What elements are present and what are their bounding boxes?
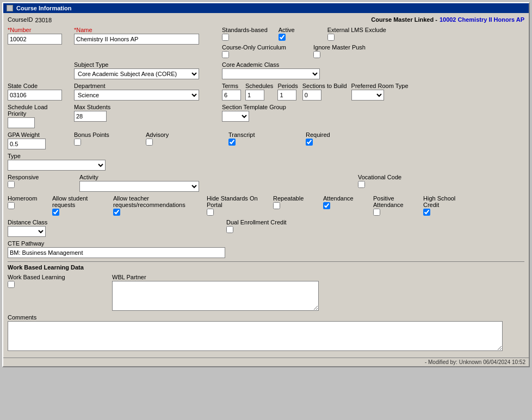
- cte-pathway-input[interactable]: [8, 247, 225, 258]
- number-input[interactable]: [8, 34, 62, 45]
- schedules-input[interactable]: [245, 90, 264, 101]
- high-school-credit-label: High School Credit: [423, 195, 467, 208]
- panel-icon: [7, 5, 13, 11]
- course-only-checkbox[interactable]: [222, 51, 229, 58]
- name-label: *Name: [74, 27, 205, 33]
- periods-input[interactable]: [277, 90, 296, 101]
- schedule-load-input[interactable]: [8, 117, 35, 128]
- required-checkbox[interactable]: [306, 139, 313, 146]
- sections-to-build-input[interactable]: [302, 90, 321, 101]
- state-code-input[interactable]: [8, 90, 62, 101]
- core-academic-select[interactable]: [222, 68, 320, 79]
- standards-based-checkbox[interactable]: [222, 34, 229, 41]
- hide-standards-checkbox[interactable]: [207, 209, 214, 216]
- ignore-master-checkbox[interactable]: [313, 51, 320, 58]
- distance-class-select[interactable]: [8, 226, 46, 237]
- course-master-label: Course Master Linked -: [371, 16, 437, 23]
- subject-type-select[interactable]: Core Academic Subject Area (CORE) Electi…: [74, 68, 199, 79]
- repeatable-label: Repeatable: [273, 195, 317, 202]
- homeroom-checkbox[interactable]: [8, 202, 15, 209]
- responsive-checkbox[interactable]: [8, 181, 15, 188]
- dual-enrollment-checkbox[interactable]: [226, 226, 233, 233]
- vocational-code-label: Vocational Code: [358, 174, 401, 180]
- terms-input[interactable]: [222, 90, 241, 101]
- name-input[interactable]: [74, 34, 199, 45]
- ignore-master-label: Ignore Master Push: [313, 44, 366, 51]
- bonus-points-checkbox[interactable]: [74, 139, 81, 146]
- bonus-points-label: Bonus Points: [74, 131, 139, 138]
- transcript-checkbox[interactable]: [228, 139, 236, 146]
- allow-teacher-checkbox[interactable]: [113, 209, 120, 216]
- course-master-link[interactable]: 10002 Chemistry II Honors AP: [440, 16, 524, 23]
- max-students-input[interactable]: [74, 111, 107, 122]
- department-label: Department: [74, 83, 205, 89]
- department-select[interactable]: Science Math English: [74, 90, 199, 101]
- work-based-learning-label: Work Based Learning: [8, 274, 84, 280]
- activity-label: Activity: [79, 174, 210, 180]
- section-template-select[interactable]: [222, 111, 249, 122]
- allow-student-label: Allow student requests: [52, 195, 107, 208]
- vocational-code-checkbox[interactable]: [358, 181, 365, 188]
- allow-teacher-label: Allow teacher requests/recommendations: [113, 195, 200, 208]
- transcript-label: Transcript: [228, 131, 283, 138]
- courseid-value: 23018: [35, 17, 52, 23]
- work-based-learning-checkbox[interactable]: [8, 281, 15, 288]
- activity-select[interactable]: [79, 181, 199, 192]
- hide-standards-label: Hide Standards On Portal: [207, 195, 267, 208]
- attendance-checkbox[interactable]: [323, 202, 330, 209]
- attendance-label: Attendance: [323, 195, 367, 202]
- modified-text: - Modified by: Unknown 06/04/2024 10:52: [425, 359, 525, 365]
- comments-textarea[interactable]: [8, 321, 503, 351]
- max-students-label: Max Students: [74, 104, 139, 110]
- repeatable-checkbox[interactable]: [273, 202, 280, 209]
- high-school-credit-checkbox[interactable]: [423, 209, 430, 216]
- wbl-partner-textarea[interactable]: [112, 281, 319, 311]
- gpa-weight-label: GPA Weight: [8, 131, 67, 138]
- periods-label: Periods: [277, 83, 298, 89]
- active-checkbox[interactable]: [279, 34, 286, 41]
- wbl-partner-label: WBL Partner: [112, 274, 319, 280]
- type-label: Type: [8, 153, 116, 159]
- gpa-weight-input[interactable]: [8, 139, 46, 149]
- work-based-section-label: Work Based Learning Data: [8, 264, 84, 271]
- required-label: Required: [306, 131, 349, 138]
- core-academic-label: Core Academic Class: [222, 61, 320, 68]
- distance-class-label: Distance Class: [8, 219, 67, 225]
- advisory-checkbox[interactable]: [146, 139, 153, 146]
- allow-student-checkbox[interactable]: [52, 209, 59, 216]
- panel-header: Course Information: [3, 3, 529, 13]
- course-only-label: Course-Only Curriculum: [222, 44, 286, 51]
- positive-attendance-label: Positive Attendance: [373, 195, 417, 208]
- active-label: Active: [279, 27, 295, 33]
- schedule-load-label: Schedule Load Priority: [8, 104, 67, 117]
- preferred-room-label: Preferred Room Type: [351, 83, 409, 89]
- subject-type-label: Subject Type: [74, 61, 205, 68]
- terms-label: Terms: [222, 83, 241, 89]
- external-lms-label: External LMS Exclude: [327, 27, 386, 33]
- responsive-label: Responsive: [8, 174, 67, 180]
- standards-based-label: Standards-based: [222, 27, 268, 33]
- section-template-label: Section Template Group: [222, 104, 286, 110]
- homeroom-label: Homeroom: [8, 195, 46, 202]
- dual-enrollment-label: Dual Enrollment Credit: [226, 219, 287, 225]
- courseid-label: CourseID: [8, 16, 33, 23]
- external-lms-checkbox[interactable]: [327, 34, 335, 41]
- schedules-label: Schedules: [245, 83, 273, 89]
- positive-attendance-checkbox[interactable]: [373, 209, 380, 216]
- status-footer: - Modified by: Unknown 06/04/2024 10:52: [3, 358, 529, 366]
- sections-to-build-label: Sections to Build: [302, 83, 347, 89]
- type-select[interactable]: [8, 160, 106, 171]
- preferred-room-select[interactable]: [351, 90, 384, 101]
- number-label: *Number: [8, 27, 67, 33]
- panel-title: Course Information: [16, 5, 71, 11]
- cte-pathway-label: CTE Pathway: [8, 240, 524, 247]
- comments-label: Comments: [8, 314, 524, 321]
- advisory-label: Advisory: [146, 131, 189, 138]
- state-code-label: State Code: [8, 83, 67, 89]
